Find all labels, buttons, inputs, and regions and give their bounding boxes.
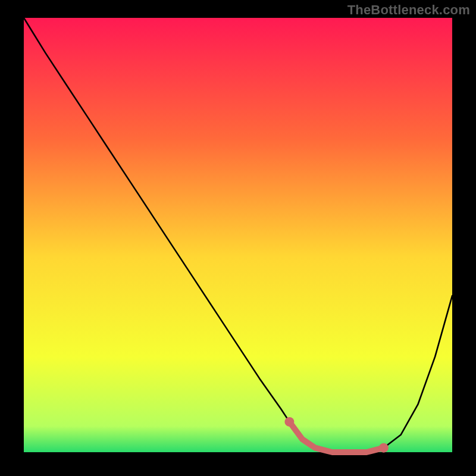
bottleneck-chart: [0, 0, 476, 476]
chart-frame: TheBottleneck.com: [0, 0, 476, 476]
watermark-text: TheBottleneck.com: [347, 2, 470, 18]
gradient-plot-area: [24, 18, 452, 452]
optimal-range-start-dot: [284, 417, 294, 427]
optimal-range-end-dot: [379, 443, 389, 453]
